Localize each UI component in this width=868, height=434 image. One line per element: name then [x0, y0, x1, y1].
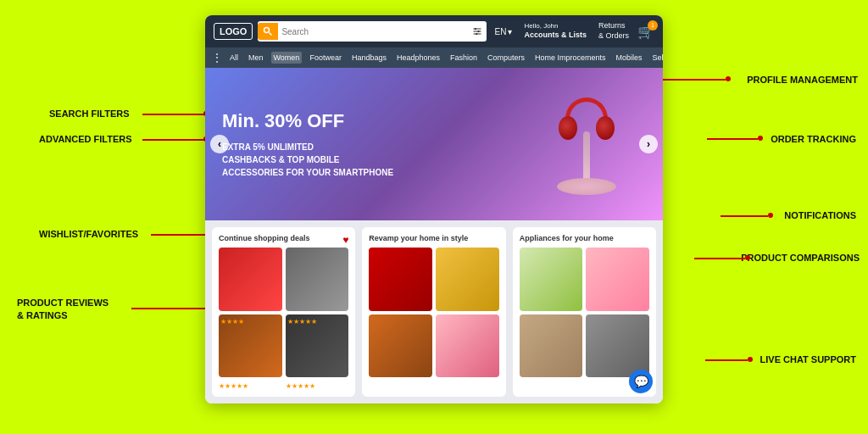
logo[interactable]: LOGO: [214, 23, 253, 40]
search-container: [258, 21, 486, 42]
product-thumb-8[interactable]: [436, 314, 499, 378]
language-selector[interactable]: EN ▾: [492, 27, 516, 36]
cat-computers[interactable]: Computers: [485, 52, 527, 64]
carousel-prev-button[interactable]: ‹: [210, 135, 229, 153]
orders-label: & Orders: [598, 31, 629, 42]
carousel-next-button[interactable]: ›: [639, 135, 658, 153]
cart-badge: 1: [648, 20, 658, 31]
navbar: LOGO EN ▾: [205, 15, 663, 47]
product-thumb-3[interactable]: ★★★★: [219, 314, 282, 378]
product-reviews-label: PRODUCT REVIEWS& RATINGS: [17, 297, 108, 323]
svg-point-0: [264, 28, 270, 33]
profile-management-dot: [726, 76, 731, 81]
product-thumb-2[interactable]: [286, 248, 349, 311]
card3-title: Appliances for your home: [520, 234, 649, 242]
hero-subtitle: EXTRA 5% UNLIMITED CASHBACKS & TOP MOBIL…: [222, 141, 493, 179]
hero-title: Min. 30% OFF: [222, 110, 493, 132]
cat-handbags[interactable]: Handbags: [349, 52, 389, 64]
svg-point-6: [477, 31, 479, 32]
notifications-dot: [768, 213, 773, 218]
product-comparisons-dot: [745, 255, 750, 260]
live-chat-label: LIVE CHAT SUPPORT: [760, 354, 856, 364]
account-section[interactable]: Hello, John Accounts & Lists: [520, 22, 590, 41]
product-reviews-line: [131, 308, 209, 309]
profile-management-label: PROFILE MANAGEMENT: [747, 75, 858, 85]
cat-mobiles[interactable]: Mobiles: [614, 52, 645, 64]
card1-title: Continue shopping deals: [219, 234, 348, 242]
browser-window: LOGO EN ▾: [205, 15, 663, 403]
cat-home[interactable]: Home Improcements: [532, 52, 609, 64]
language-label: EN: [495, 27, 507, 36]
card3-grid: [520, 248, 649, 377]
order-tracking-label: ORDER TRACKING: [771, 134, 856, 144]
continue-shopping-card: Continue shopping deals ♥ ★★★★ ★★★★★ ★★★…: [212, 227, 355, 397]
stars-4: ★★★★★: [286, 316, 349, 327]
product-thumb-11[interactable]: [520, 314, 583, 378]
svg-point-5: [474, 28, 476, 30]
hero-banner: ‹ Min. 30% OFF EXTRA 5% UNLIMITED CASHBA…: [205, 68, 663, 220]
headphone-illustration: [544, 93, 629, 195]
search-filter-button[interactable]: [468, 23, 487, 40]
stars-3: ★★★★: [219, 316, 282, 327]
search-icon: [263, 26, 273, 36]
lang-chevron-icon: ▾: [508, 27, 512, 36]
search-filters-line: [142, 114, 206, 115]
cat-headphones[interactable]: Headphones: [394, 52, 442, 64]
product-thumb-5[interactable]: [369, 248, 432, 311]
live-chat-line: [705, 359, 748, 361]
account-label: Accounts & Lists: [524, 31, 587, 41]
returns-label: Returns: [598, 21, 629, 31]
stand-pole: [583, 131, 590, 182]
category-nav: ⋮ All Men Women Footwear Handbags Headph…: [205, 47, 663, 68]
cart-icon[interactable]: 🛒 1: [637, 24, 654, 40]
advanced-filters-label: ADVANCED FILTERS: [39, 134, 132, 144]
hero-text-area: Min. 30% OFF EXTRA 5% UNLIMITED CASHBACK…: [205, 93, 510, 196]
cat-fashion[interactable]: Fashion: [448, 52, 480, 64]
product-thumb-9[interactable]: [520, 248, 583, 311]
search-filters-label: SEARCH FILTERS: [49, 108, 130, 119]
product-comparisons-label: PRODUCT COMPARISONS: [741, 253, 860, 263]
product-thumb-10[interactable]: [586, 248, 649, 311]
product-thumb-12[interactable]: [586, 314, 649, 378]
cat-footwear[interactable]: Footwear: [307, 52, 344, 64]
cat-men[interactable]: Men: [246, 52, 266, 64]
cat-all[interactable]: All: [227, 52, 241, 64]
live-chat-icon: 💬: [634, 375, 648, 388]
wishlist-label: WISHLIST/FAVORITES: [39, 229, 138, 239]
returns-section[interactable]: Returns & Orders: [595, 21, 632, 41]
product-thumb-7[interactable]: [369, 314, 432, 378]
live-chat-button[interactable]: 💬: [629, 370, 653, 393]
cat-sell[interactable]: Sell: [650, 52, 663, 64]
card2-title: Revamp your home in style: [369, 234, 498, 242]
search-input[interactable]: [278, 21, 467, 42]
product-thumb-6[interactable]: [436, 248, 499, 311]
svg-line-1: [270, 33, 272, 36]
filter-icon: [472, 26, 482, 36]
live-chat-dot: [748, 357, 753, 362]
notifications-line: [721, 215, 768, 217]
product-thumb-4[interactable]: ★★★★★: [286, 314, 349, 378]
card1-stars-1: ★★★★★: [219, 382, 282, 390]
headphone-left-cup: [559, 116, 577, 140]
stand-base: [557, 178, 616, 195]
search-button[interactable]: [258, 23, 278, 40]
svg-point-7: [476, 33, 477, 35]
menu-dots[interactable]: ⋮: [212, 52, 222, 64]
card2-grid: [369, 248, 498, 377]
product-sections: Continue shopping deals ♥ ★★★★ ★★★★★ ★★★…: [205, 220, 663, 403]
order-tracking-line: [707, 138, 758, 140]
heart-icon[interactable]: ♥: [342, 234, 348, 246]
cat-women[interactable]: Women: [271, 52, 303, 64]
account-hello: Hello, John: [524, 22, 587, 31]
advanced-filters-line: [142, 139, 206, 141]
headphone-right-cup: [596, 116, 615, 140]
revamp-home-card: Revamp your home in style: [362, 227, 505, 397]
product-thumb-1[interactable]: [219, 248, 282, 311]
profile-management-line: [658, 79, 726, 81]
order-tracking-dot: [758, 136, 763, 141]
card1-stars-2: ★★★★★: [286, 382, 349, 390]
notifications-label: NOTIFICATIONS: [784, 210, 856, 220]
card1-grid: ★★★★ ★★★★★: [219, 248, 348, 377]
product-comparisons-line: [694, 258, 745, 259]
